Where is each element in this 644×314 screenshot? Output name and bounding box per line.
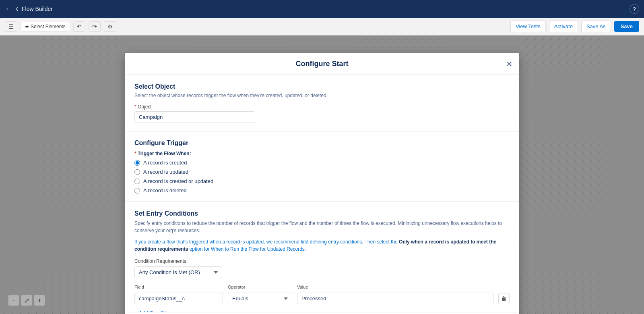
save-as-button[interactable]: Save As xyxy=(581,21,611,32)
modal-body[interactable]: Select Object Select the object whose re… xyxy=(125,75,519,312)
radio-created-or-updated[interactable]: A record is created or updated xyxy=(134,178,510,184)
delete-condition-button[interactable]: 🗑 xyxy=(498,293,510,304)
top-bar: ← ☇ Flow Builder ? xyxy=(0,0,644,18)
field-col-header: Field xyxy=(134,285,223,291)
redo-button[interactable]: ↷ xyxy=(89,21,101,32)
save-button[interactable]: Save xyxy=(614,21,639,32)
top-bar-left: ← ☇ Flow Builder xyxy=(5,5,53,13)
help-icon[interactable]: ? xyxy=(630,4,639,14)
radio-updated-label: A record is updated xyxy=(143,169,188,175)
settings-button[interactable]: ⚙ xyxy=(104,21,116,32)
flow-canvas[interactable]: − ⤢ + Configure Start ✕ Select Object Se… xyxy=(0,35,644,314)
secondary-toolbar: ☰ ⬌ Select Elements ↶ ↷ ⚙ View Tests Act… xyxy=(0,18,644,35)
object-input[interactable] xyxy=(134,111,255,123)
radio-created-label: A record is created xyxy=(143,160,187,166)
radio-updated[interactable]: A record is updated xyxy=(134,169,510,175)
modal-close-button[interactable]: ✕ xyxy=(506,59,513,69)
value-col-header: Value xyxy=(297,285,510,291)
toolbar-right: View Tests Activate Save As Save xyxy=(510,21,639,32)
radio-created[interactable]: A record is created xyxy=(134,160,510,166)
entry-conditions-title: Set Entry Conditions xyxy=(134,210,510,217)
condition-field-input[interactable] xyxy=(134,293,223,304)
delete-icon: 🗑 xyxy=(501,295,507,302)
condition-row-container: Field Operator Value xyxy=(134,285,510,304)
configure-trigger-title: Configure Trigger xyxy=(134,139,510,147)
object-input-container: * Object xyxy=(134,104,255,123)
radio-deleted[interactable]: A record is deleted xyxy=(134,187,510,193)
select-object-title: Select Object xyxy=(134,83,510,90)
configure-start-modal: Configure Start ✕ Select Object Select t… xyxy=(125,53,519,314)
view-tests-button[interactable]: View Tests xyxy=(510,21,546,32)
required-star: * xyxy=(134,104,136,110)
modal-header: Configure Start ✕ xyxy=(125,53,519,75)
activate-button[interactable]: Activate xyxy=(549,21,578,32)
operator-col-header: Operator xyxy=(228,285,292,291)
entry-conditions-blue-info: If you create a flow that's triggered wh… xyxy=(134,238,510,253)
condition-value-input[interactable] xyxy=(297,293,493,304)
trigger-radio-group: A record is created A record is updated … xyxy=(134,160,510,193)
modal-footer: Cancel Done xyxy=(125,312,519,314)
modal-title: Configure Start xyxy=(295,60,348,68)
app-title: Flow Builder xyxy=(22,6,53,12)
entry-conditions-description: Specify entry conditions to reduce the n… xyxy=(134,220,510,234)
flow-builder-icon: ☇ xyxy=(15,6,19,12)
condition-requirements-label: Condition Requirements xyxy=(134,258,510,264)
radio-created-or-updated-label: A record is created or updated xyxy=(143,178,213,184)
trigger-label: * Trigger the Flow When: xyxy=(134,151,510,156)
configure-trigger-section: Configure Trigger * Trigger the Flow Whe… xyxy=(125,131,519,202)
radio-deleted-label: A record is deleted xyxy=(143,187,187,193)
condition-row: Equals Not Equal To Contains Does Not Co… xyxy=(134,293,510,304)
select-elements-button[interactable]: ⬌ Select Elements xyxy=(21,22,70,31)
back-icon[interactable]: ← xyxy=(5,5,12,13)
cursor-icon: ⬌ xyxy=(25,24,29,29)
modal-overlay: Configure Start ✕ Select Object Select t… xyxy=(0,35,644,314)
toggle-panel-button[interactable]: ☰ xyxy=(5,21,17,32)
top-bar-right: ? xyxy=(630,4,639,14)
entry-conditions-section: Set Entry Conditions Specify entry condi… xyxy=(125,202,519,312)
condition-requirements-select[interactable]: Any Condition Is Met (OR) All Conditions… xyxy=(134,266,222,278)
object-label: * Object xyxy=(134,104,255,110)
select-object-section: Select Object Select the object whose re… xyxy=(125,75,519,131)
condition-operator-select[interactable]: Equals Not Equal To Contains Does Not Co… xyxy=(228,293,292,304)
select-object-description: Select the object whose records trigger … xyxy=(134,93,510,98)
undo-button[interactable]: ↶ xyxy=(73,21,85,32)
condition-column-headers: Field Operator Value xyxy=(134,285,510,291)
condition-requirements-select-wrapper: Any Condition Is Met (OR) All Conditions… xyxy=(134,266,231,278)
add-condition-button[interactable]: + Add Condition xyxy=(134,308,171,312)
